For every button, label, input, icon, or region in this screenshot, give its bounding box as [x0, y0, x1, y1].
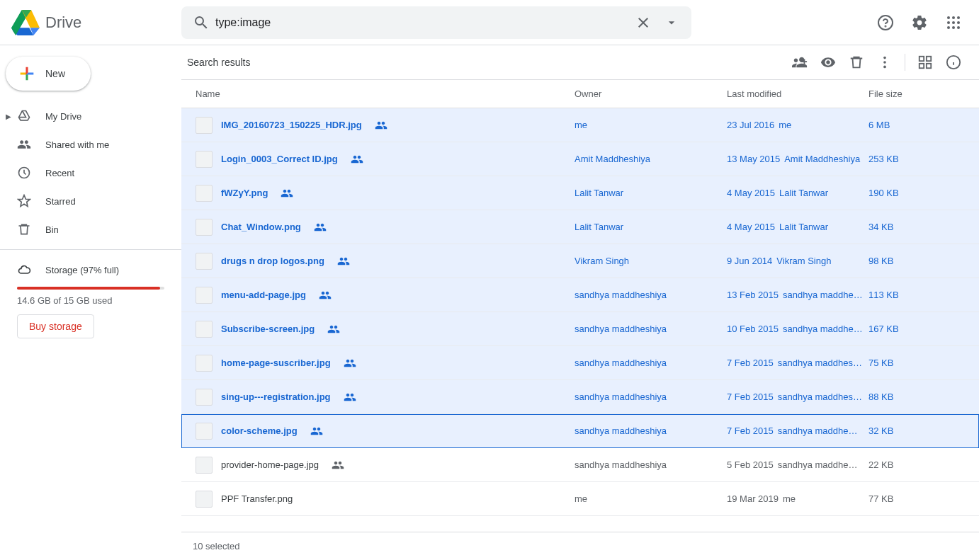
table-row[interactable]: home-page-suscriber.jpgsandhya maddheshi…: [181, 346, 979, 380]
sidebar-item-bin[interactable]: Bin: [0, 215, 181, 244]
file-size: 32 KB: [868, 425, 968, 436]
logo-area[interactable]: Drive: [11, 8, 176, 37]
table-row[interactable]: menu-add-page.jpgsandhya maddheshiya13 F…: [181, 278, 979, 312]
file-modified: 19 Mar 2019me: [727, 493, 868, 504]
file-modified: 4 May 2015Lalit Tanwar: [727, 188, 868, 198]
file-thumbnail: [196, 321, 213, 338]
file-modified: 10 Feb 2015sandhya maddhe…: [727, 324, 868, 334]
svg-point-14: [883, 66, 886, 69]
storage-label: Storage (97% full): [45, 265, 119, 275]
col-header-modified[interactable]: Last modified: [727, 88, 868, 99]
svg-point-5: [947, 21, 950, 24]
share-icon[interactable]: [786, 48, 814, 76]
table-row[interactable]: Subscribe-screen.jpgsandhya maddheshiya1…: [181, 312, 979, 346]
search-bar: [181, 6, 691, 39]
file-name: Login_0003_Correct ID.jpg: [221, 154, 338, 164]
status-bar: 10 selected: [181, 532, 979, 560]
file-thumbnail: [196, 423, 213, 440]
sidebar-item-label: Starred: [45, 196, 76, 207]
file-name: home-page-suscriber.jpg: [221, 358, 331, 368]
table-header: Name Owner Last modified File size: [181, 80, 979, 108]
table-row[interactable]: provider-home-page.jpgsandhya maddheshiy…: [181, 448, 979, 482]
file-owner: me: [575, 493, 727, 504]
shared-badge-icon: [337, 255, 350, 268]
support-icon[interactable]: [871, 8, 900, 37]
file-thumbnail: [196, 457, 213, 474]
shared-icon: [17, 137, 31, 152]
file-modified: 5 Feb 2015sandhya maddhe…: [727, 459, 868, 470]
clear-search-icon[interactable]: [629, 8, 657, 37]
sidebar-item-shared[interactable]: Shared with me: [0, 130, 181, 159]
file-modified: 4 May 2015Lalit Tanwar: [727, 222, 868, 232]
file-modified: 7 Feb 2015sandhya maddhes…: [727, 358, 868, 368]
apps-icon[interactable]: [939, 8, 968, 37]
table-row[interactable]: Chat_Window.pngLalit Tanwar4 May 2015Lal…: [181, 210, 979, 244]
new-button[interactable]: New: [6, 57, 91, 91]
file-modified: 9 Jun 2014Vikram Singh: [727, 256, 868, 266]
delete-icon[interactable]: [842, 48, 871, 76]
col-header-size[interactable]: File size: [868, 88, 968, 99]
shared-badge-icon: [314, 221, 327, 234]
file-modified: 13 May 2015Amit Maddheshiya: [727, 154, 868, 164]
table-row[interactable]: PPF Transfer.pngme19 Mar 2019me77 KB: [181, 482, 979, 516]
svg-point-4: [957, 16, 960, 19]
table-row[interactable]: Login_0003_Correct ID.jpgAmit Maddheshiy…: [181, 142, 979, 176]
preview-icon[interactable]: [814, 48, 842, 76]
storage-bar: [17, 287, 164, 290]
file-thumbnail: [196, 185, 213, 202]
file-owner: sandhya maddheshiya: [575, 324, 727, 334]
file-thumbnail: [196, 491, 213, 508]
file-size: 98 KB: [868, 256, 968, 266]
selected-count: 10 selected: [193, 541, 240, 552]
file-modified: 7 Feb 2015sandhya maddhes…: [727, 392, 868, 402]
sidebar-item-mydrive[interactable]: My Drive: [17, 102, 90, 130]
search-input[interactable]: [215, 6, 629, 39]
toolbar: Search results: [181, 45, 979, 79]
svg-point-7: [957, 21, 960, 24]
new-button-label: New: [45, 68, 65, 79]
svg-rect-17: [919, 64, 924, 68]
svg-point-8: [947, 26, 950, 29]
more-actions-icon[interactable]: [871, 48, 899, 76]
file-thumbnail: [196, 389, 213, 406]
file-size: 88 KB: [868, 392, 968, 402]
file-owner: Lalit Tanwar: [575, 188, 727, 198]
file-name: provider-home-page.jpg: [221, 459, 319, 470]
recent-icon: [17, 166, 31, 180]
table-row[interactable]: IMG_20160723_150225_HDR.jpgme23 Jul 2016…: [181, 108, 979, 142]
search-icon[interactable]: [187, 8, 215, 37]
search-options-icon[interactable]: [657, 8, 686, 37]
col-header-name[interactable]: Name: [196, 88, 575, 99]
star-icon: [17, 194, 31, 208]
shared-badge-icon: [281, 187, 293, 200]
svg-rect-15: [919, 57, 924, 61]
file-owner: Amit Maddheshiya: [575, 154, 727, 164]
file-modified: 7 Feb 2015sandhya maddhe…: [727, 425, 868, 436]
file-size: 167 KB: [868, 324, 968, 334]
file-owner: Lalit Tanwar: [575, 222, 727, 232]
sidebar-item-recent[interactable]: Recent: [0, 159, 181, 187]
expand-arrow-icon[interactable]: ▶: [0, 113, 17, 120]
col-header-owner[interactable]: Owner: [575, 88, 727, 99]
grid-view-icon[interactable]: [911, 48, 939, 76]
file-owner: sandhya maddheshiya: [575, 425, 727, 436]
table-row[interactable]: fWZyY.pngLalit Tanwar4 May 2015Lalit Tan…: [181, 176, 979, 210]
trash-icon: [17, 222, 31, 236]
file-size: 77 KB: [868, 493, 968, 504]
file-thumbnail: [196, 151, 213, 168]
main: Search results: [181, 45, 979, 560]
buy-storage-button[interactable]: Buy storage: [17, 314, 94, 338]
details-icon[interactable]: [939, 48, 968, 76]
file-size: 22 KB: [868, 459, 968, 470]
cloud-icon: [17, 263, 31, 277]
table-row[interactable]: color-scheme.jpgsandhya maddheshiya7 Feb…: [181, 414, 979, 448]
table-row[interactable]: drugs n drop logos.pngVikram Singh9 Jun …: [181, 244, 979, 278]
sidebar: New ▶ My Drive Shared with me: [0, 45, 181, 560]
table-row[interactable]: sing-up---registration.jpgsandhya maddhe…: [181, 380, 979, 414]
settings-icon[interactable]: [905, 8, 934, 37]
sidebar-item-starred[interactable]: Starred: [0, 187, 181, 215]
shared-badge-icon: [344, 357, 356, 370]
sidebar-item-storage[interactable]: Storage (97% full): [17, 256, 164, 284]
sidebar-item-label: Bin: [45, 224, 59, 235]
file-owner: sandhya maddheshiya: [575, 358, 727, 368]
